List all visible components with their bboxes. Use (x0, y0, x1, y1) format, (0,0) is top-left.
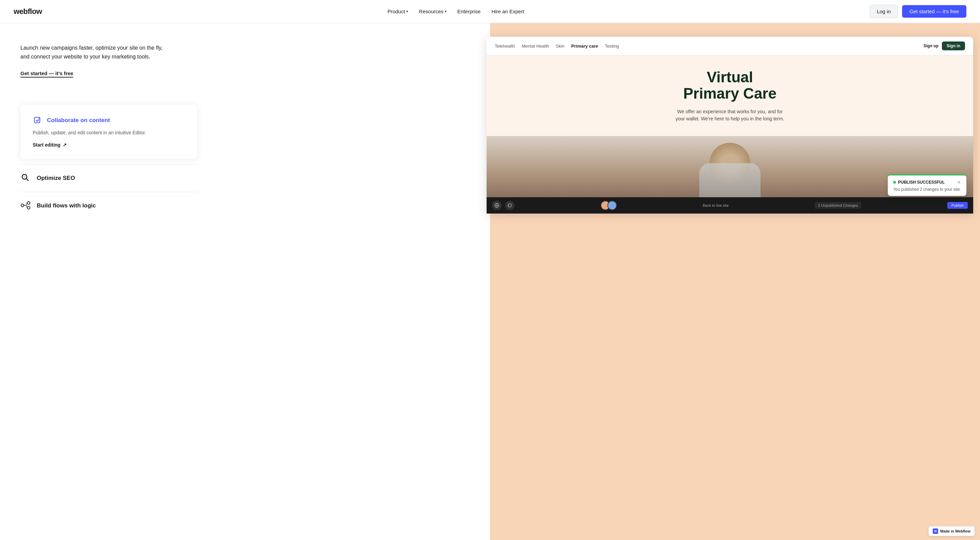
inner-hero-title: Virtual Primary Care (497, 69, 963, 102)
feature-item-logic[interactable]: Build flows with logic (21, 192, 197, 219)
nav-product[interactable]: Product ▾ (388, 8, 408, 14)
svg-point-4 (27, 202, 30, 204)
inner-hero-subtitle: We offer an experience that works for yo… (672, 108, 788, 122)
svg-point-5 (27, 206, 30, 209)
chevron-down-icon: ▾ (406, 10, 408, 13)
hero-cta-link[interactable]: Get started — it's free (21, 70, 73, 78)
svg-point-3 (21, 204, 24, 207)
feature-item-seo[interactable]: Optimize SEO (21, 164, 197, 192)
inner-nav-primary-care[interactable]: Primary care (571, 43, 598, 49)
search-icon (21, 173, 31, 184)
feature-seo-label: Optimize SEO (37, 175, 75, 182)
bar-icons (492, 201, 514, 210)
feature-card-collaborate: Collaborate on content Publish, update, … (21, 105, 197, 159)
avatars-group (601, 201, 617, 210)
feature-card-desc: Publish, update, and edit content in an … (33, 129, 185, 137)
toast-close-button[interactable]: ✕ (957, 179, 961, 185)
inner-nav-links: Telehealth Mental Health Skin Primary ca… (495, 43, 619, 49)
inner-nav-telehealth[interactable]: Telehealth (495, 43, 515, 49)
hero-text: Launch new campaigns faster, optimize yo… (21, 43, 184, 61)
globe-icon[interactable] (492, 201, 501, 210)
publish-toast: PUBLISH SUCCESSFUL ✕ You published 2 cha… (888, 175, 966, 196)
page-wrapper: Launch new campaigns faster, optimize yo… (0, 23, 980, 540)
unpublished-changes-label[interactable]: 2 Unpublished Changes (815, 202, 861, 209)
inner-nav-skin[interactable]: Skin (556, 43, 565, 49)
back-to-live-label[interactable]: Back to live site (703, 203, 729, 207)
feature-card-title: Collaborate on content (47, 117, 110, 124)
refresh-icon[interactable] (505, 201, 514, 210)
publish-button[interactable]: Publish (947, 202, 968, 209)
nav-links: Product ▾ Resources ▾ Enterprise Hire an… (388, 8, 524, 14)
nav-enterprise[interactable]: Enterprise (457, 8, 480, 14)
arrow-icon: ↗ (63, 142, 67, 148)
avatar-2 (608, 201, 617, 210)
inner-nav-mental-health[interactable]: Mental Health (522, 43, 549, 49)
chevron-down-icon: ▾ (445, 10, 447, 13)
getstarted-button[interactable]: Get started — it's free (902, 5, 966, 17)
inner-hero: Virtual Primary Care We offer an experie… (487, 56, 973, 136)
toast-message: You published 2 changes to your site. (893, 187, 961, 192)
nav-cta-group: Log in Get started — it's free (870, 5, 966, 18)
inner-signin-button[interactable]: Sign in (942, 41, 965, 50)
login-button[interactable]: Log in (870, 5, 898, 18)
edit-icon (33, 116, 42, 125)
browser-mockup: Telehealth Mental Health Skin Primary ca… (487, 37, 973, 214)
svg-point-2 (24, 176, 25, 178)
nav-resources[interactable]: Resources ▾ (419, 8, 447, 14)
inner-site-nav: Telehealth Mental Health Skin Primary ca… (487, 37, 973, 56)
webflow-logo[interactable]: webflow (14, 7, 42, 16)
made-in-webflow-badge: W Made in Webflow (929, 526, 975, 536)
feature-logic-label: Build flows with logic (37, 202, 96, 209)
logic-icon (21, 200, 31, 211)
start-editing-link[interactable]: Start editing ↗ (33, 142, 67, 148)
nav-hire-expert[interactable]: Hire an Expert (492, 8, 524, 14)
inner-signup-link[interactable]: Sign up (924, 43, 939, 48)
right-panel: Telehealth Mental Health Skin Primary ca… (490, 23, 980, 540)
left-panel: Launch new campaigns faster, optimize yo… (0, 23, 490, 540)
toast-success-dot (893, 181, 896, 184)
wf-logo-icon: W (933, 529, 938, 534)
inner-nav-testing[interactable]: Testing (605, 43, 619, 49)
navbar: webflow Product ▾ Resources ▾ Enterprise… (0, 0, 980, 23)
inner-nav-buttons: Sign up Sign in (924, 41, 965, 50)
inner-bottom-bar: Back to live site 2 Unpublished Changes … (487, 197, 973, 214)
